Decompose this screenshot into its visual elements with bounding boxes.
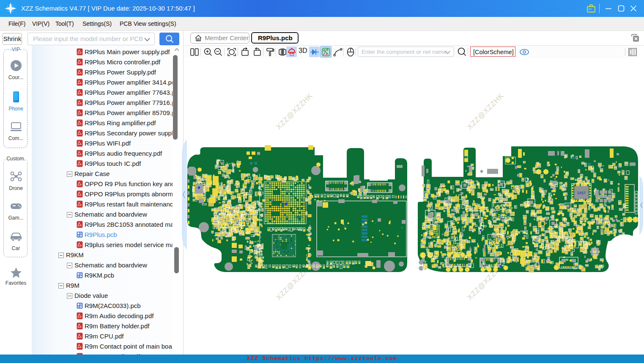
svg-text:XZZ@XZZHK: XZZ@XZZHK (466, 91, 505, 131)
svg-text:3457: 3457 (577, 191, 586, 195)
svg-text:XZZ@XZZHK: XZZ@XZZHK (274, 91, 314, 131)
